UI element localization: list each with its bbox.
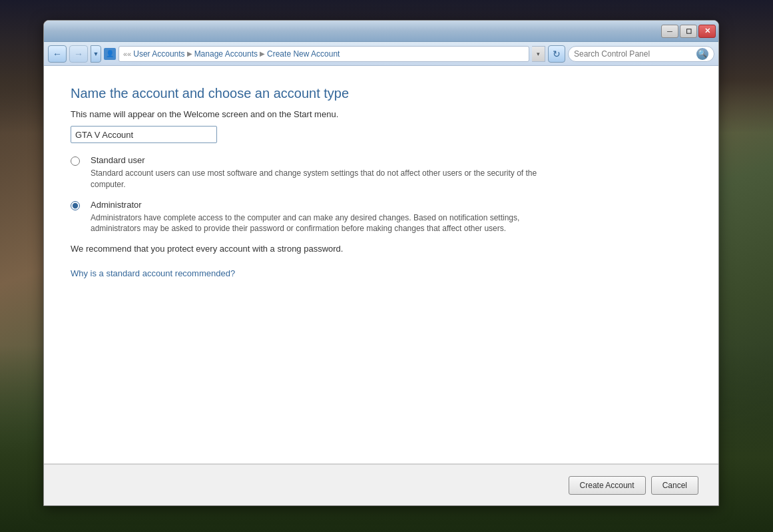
standard-user-text: Standard user Standard account users can… bbox=[91, 155, 557, 190]
create-account-button[interactable]: Create Account bbox=[569, 476, 646, 495]
search-input[interactable] bbox=[574, 49, 696, 59]
administrator-option: Administrator Administrators have comple… bbox=[71, 200, 692, 235]
standard-user-radio[interactable] bbox=[71, 156, 80, 166]
path-dropdown-button[interactable]: ▾ bbox=[532, 46, 545, 62]
back-button[interactable]: ← bbox=[48, 45, 67, 63]
restore-button[interactable]: ◻ bbox=[680, 25, 697, 38]
window-controls: ─ ◻ ✕ bbox=[661, 25, 716, 38]
search-box: 🔍 bbox=[568, 46, 714, 62]
address-path: «« User Accounts ▶ Manage Accounts ▶ Cre… bbox=[119, 46, 529, 62]
refresh-button[interactable]: ↻ bbox=[548, 45, 565, 63]
administrator-label: Administrator bbox=[91, 200, 557, 210]
minimize-button[interactable]: ─ bbox=[661, 25, 678, 38]
path-manage-accounts[interactable]: Manage Accounts bbox=[194, 49, 258, 59]
main-content: Name the account and choose an account t… bbox=[44, 66, 718, 463]
address-bar: ← → ▼ 👤 «« User Accounts ▶ Manage Accoun… bbox=[44, 42, 718, 66]
administrator-radio[interactable] bbox=[71, 201, 80, 210]
path-separator-1: ▶ bbox=[187, 50, 192, 57]
path-create-new-account[interactable]: Create New Account bbox=[267, 49, 340, 59]
administrator-desc: Administrators have complete access to t… bbox=[91, 212, 557, 235]
control-panel-window: ─ ◻ ✕ ← → ▼ 👤 «« User Accounts ▶ Manage … bbox=[43, 20, 719, 506]
title-bar: ─ ◻ ✕ bbox=[44, 21, 718, 42]
administrator-row: Administrator Administrators have comple… bbox=[71, 200, 557, 235]
page-title: Name the account and choose an account t… bbox=[71, 86, 692, 101]
search-icon[interactable]: 🔍 bbox=[696, 48, 708, 60]
path-user-accounts[interactable]: User Accounts bbox=[133, 49, 184, 59]
path-separator-2: ▶ bbox=[260, 50, 265, 57]
standard-user-option: Standard user Standard account users can… bbox=[71, 155, 692, 190]
recommend-text: We recommend that you protect every acco… bbox=[71, 244, 692, 254]
standard-user-desc: Standard account users can use most soft… bbox=[91, 168, 557, 190]
close-button[interactable]: ✕ bbox=[698, 25, 716, 38]
administrator-text: Administrator Administrators have comple… bbox=[91, 200, 557, 235]
why-link[interactable]: Why is a standard account recommended? bbox=[71, 268, 235, 278]
address-icon: 👤 bbox=[104, 48, 116, 60]
forward-button[interactable]: → bbox=[69, 45, 88, 63]
subtitle-text: This name will appear on the Welcome scr… bbox=[71, 109, 692, 119]
cancel-button[interactable]: Cancel bbox=[651, 476, 698, 495]
standard-user-label: Standard user bbox=[91, 155, 557, 165]
button-bar: Create Account Cancel bbox=[44, 464, 718, 505]
dropdown-nav-button[interactable]: ▼ bbox=[91, 45, 101, 63]
standard-user-row: Standard user Standard account users can… bbox=[71, 155, 557, 190]
content-area: Name the account and choose an account t… bbox=[44, 66, 718, 505]
account-name-input[interactable] bbox=[71, 126, 217, 143]
